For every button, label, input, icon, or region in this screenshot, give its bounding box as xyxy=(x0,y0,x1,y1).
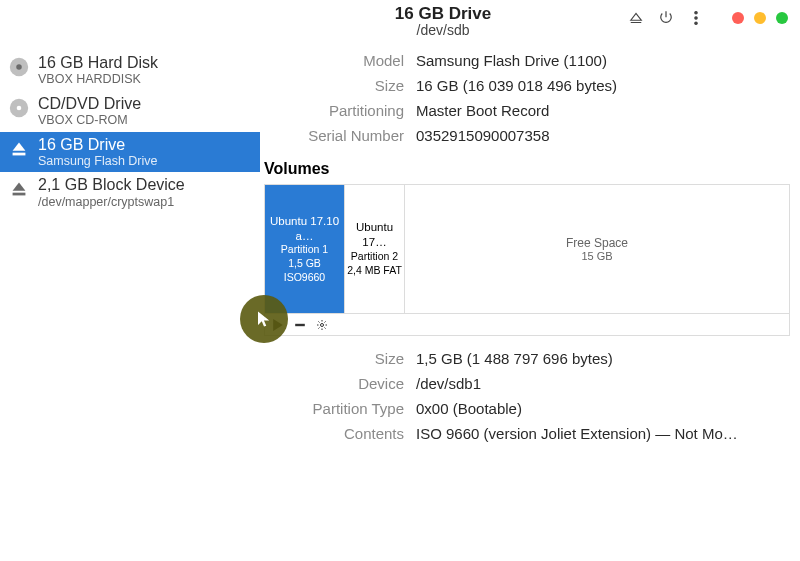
sidebar-item-title: CD/DVD Drive xyxy=(38,95,141,113)
label-size: Size xyxy=(264,77,404,94)
volume-partnum: Partition 1 xyxy=(281,243,328,257)
svg-rect-9 xyxy=(295,323,305,325)
label-ptype: Partition Type xyxy=(264,400,404,417)
window-subtitle: /dev/sdb xyxy=(260,22,626,38)
hdd-icon xyxy=(8,56,30,78)
svg-point-1 xyxy=(695,17,697,19)
value-psize: 1,5 GB (1 488 797 696 bytes) xyxy=(416,350,790,367)
svg-rect-7 xyxy=(13,152,26,155)
eject-icon xyxy=(8,138,30,160)
device-sidebar: 16 GB Hard DiskVBOX HARDDISKCD/DVD Drive… xyxy=(0,50,260,561)
svg-point-2 xyxy=(695,22,697,24)
sidebar-item-title: 2,1 GB Block Device xyxy=(38,176,185,194)
sidebar-item[interactable]: 16 GB DriveSamsung Flash Drive xyxy=(0,132,260,173)
volume-name: Ubuntu 17… xyxy=(347,220,402,250)
drive-info: Model Samsung Flash Drive (1100) Size 16… xyxy=(260,52,790,144)
label-psize: Size xyxy=(264,350,404,367)
label-model: Model xyxy=(264,52,404,69)
value-pdevice: /dev/sdb1 xyxy=(416,375,790,392)
sidebar-item-subtitle: /dev/mapper/cryptswap1 xyxy=(38,195,185,209)
volume-partnum: Partition 2 xyxy=(351,250,398,264)
value-serial: 0352915090007358 xyxy=(416,127,790,144)
sidebar-item[interactable]: 2,1 GB Block Device/dev/mapper/cryptswap… xyxy=(0,172,260,213)
volume-toolbar xyxy=(264,314,790,336)
svg-point-0 xyxy=(695,12,697,14)
content-pane: Model Samsung Flash Drive (1100) Size 16… xyxy=(260,50,800,561)
volume-fs: 2,4 MB FAT xyxy=(347,264,402,278)
volume-settings-button[interactable] xyxy=(315,318,329,332)
eject-icon xyxy=(8,178,30,200)
value-size: 16 GB (16 039 018 496 bytes) xyxy=(416,77,790,94)
titlebar: 16 GB Drive /dev/sdb xyxy=(0,0,800,50)
value-ptype: 0x00 (Bootable) xyxy=(416,400,790,417)
volume-map: Ubuntu 17.10 a…Partition 11,5 GB ISO9660… xyxy=(264,184,790,314)
window-minimize-button[interactable] xyxy=(754,12,766,24)
drive-menu-button[interactable] xyxy=(686,8,706,28)
free-space-label: Free Space xyxy=(566,236,628,250)
volume-name: Ubuntu 17.10 a… xyxy=(267,214,342,244)
mount-play-button[interactable] xyxy=(271,318,285,332)
sidebar-item[interactable]: 16 GB Hard DiskVBOX HARDDISK xyxy=(0,50,260,91)
label-partitioning: Partitioning xyxy=(264,102,404,119)
volume-fs: 1,5 GB ISO9660 xyxy=(267,257,342,284)
volumes-heading: Volumes xyxy=(264,160,790,178)
sidebar-item-title: 16 GB Hard Disk xyxy=(38,54,158,72)
volume-free-space[interactable]: Free Space15 GB xyxy=(405,185,789,313)
power-off-button[interactable] xyxy=(656,8,676,28)
value-model: Samsung Flash Drive (1100) xyxy=(416,52,790,69)
partition-info: Size 1,5 GB (1 488 797 696 bytes) Device… xyxy=(260,350,790,442)
sidebar-item[interactable]: CD/DVD DriveVBOX CD-ROM xyxy=(0,91,260,132)
sidebar-item-subtitle: VBOX CD-ROM xyxy=(38,113,141,127)
window-close-button[interactable] xyxy=(732,12,744,24)
free-space-size: 15 GB xyxy=(581,250,612,262)
window-title: 16 GB Drive xyxy=(260,4,626,24)
svg-point-6 xyxy=(17,105,22,110)
window-maximize-button[interactable] xyxy=(776,12,788,24)
eject-drive-button[interactable] xyxy=(626,8,646,28)
svg-point-10 xyxy=(321,323,324,326)
value-pcontents: ISO 9660 (version Joliet Extension) — No… xyxy=(416,425,790,442)
sidebar-item-title: 16 GB Drive xyxy=(38,136,158,154)
sidebar-item-subtitle: VBOX HARDDISK xyxy=(38,72,158,86)
value-partitioning: Master Boot Record xyxy=(416,102,790,119)
label-pdevice: Device xyxy=(264,375,404,392)
sidebar-item-subtitle: Samsung Flash Drive xyxy=(38,154,158,168)
volume-partition[interactable]: Ubuntu 17…Partition 22,4 MB FAT xyxy=(345,185,405,313)
volume-partition[interactable]: Ubuntu 17.10 a…Partition 11,5 GB ISO9660 xyxy=(265,185,345,313)
cd-icon xyxy=(8,97,30,119)
svg-rect-8 xyxy=(13,193,26,196)
svg-point-4 xyxy=(16,64,22,70)
remove-partition-button[interactable] xyxy=(293,318,307,332)
label-serial: Serial Number xyxy=(264,127,404,144)
label-pcontents: Contents xyxy=(264,425,404,442)
